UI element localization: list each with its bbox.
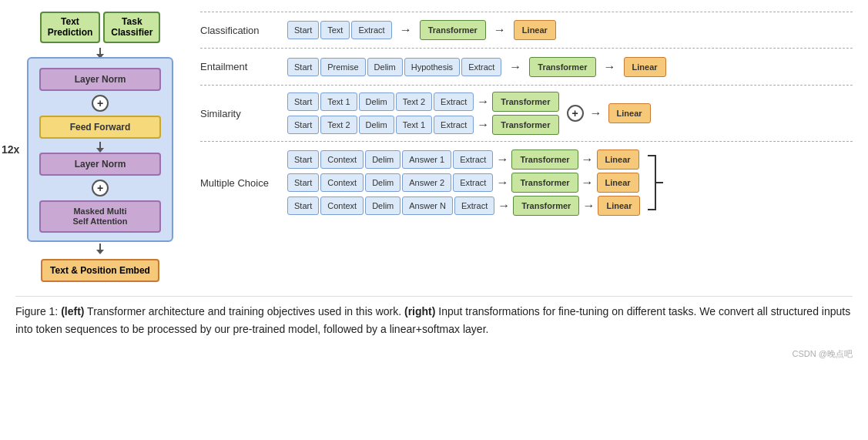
token-start-e: Start xyxy=(287,58,319,76)
token-context-mc1: Context xyxy=(320,150,364,169)
entailment-tokens: Start Premise Delim Hypothesis Extract xyxy=(287,58,501,76)
figure-number: Figure 1: xyxy=(15,305,58,317)
similarity-row: Similarity Start Text 1 Delim Text 2 Ext… xyxy=(200,86,853,142)
token-start-mc1: Start xyxy=(287,150,319,169)
token-premise: Premise xyxy=(320,58,365,76)
transformer-mc1: Transformer xyxy=(511,149,578,170)
token-delim-mcn: Delim xyxy=(365,196,400,215)
mc-tokens-n: Start Context Delim Answer N Extract xyxy=(287,196,494,215)
similarity-sub-2: Start Text 2 Delim Text 1 Extract → Tran… xyxy=(287,115,559,135)
token-extract-s2: Extract xyxy=(434,116,474,134)
similarity-tokens-1: Start Text 1 Delim Text 2 Extract xyxy=(287,92,474,111)
arrow-4: → xyxy=(604,60,616,74)
transformer-similarity-1: Transformer xyxy=(492,92,558,112)
token-hypothesis: Hypothesis xyxy=(404,58,460,76)
token-extract-mcn: Extract xyxy=(454,196,494,215)
transformer-similarity-2: Transformer xyxy=(492,115,558,135)
main-container: TextPrediction TaskClassifier 12x Layer … xyxy=(15,12,853,360)
token-extract: Extract xyxy=(351,21,391,39)
mc-tokens-1: Start Context Delim Answer 1 Extract xyxy=(287,150,493,169)
feed-forward-layer: Feed Forward xyxy=(39,116,161,139)
token-answer2-mc2: Answer 2 xyxy=(402,173,451,192)
mc-rows: Start Context Delim Answer 1 Extract → T… xyxy=(287,149,640,216)
plus-similarity: + xyxy=(567,105,584,122)
left-bold: (left) xyxy=(61,305,84,317)
mc-sub-2: Start Context Delim Answer 2 Extract → T… xyxy=(287,173,640,193)
linear-mc2: Linear xyxy=(597,173,639,193)
token-delim-mc2: Delim xyxy=(365,173,400,192)
arrow-mcn: → xyxy=(498,199,510,213)
linear-mcn: Linear xyxy=(598,196,640,216)
token-context-mc2: Context xyxy=(320,173,364,192)
similarity-wrapper: Start Text 1 Delim Text 2 Extract → Tran… xyxy=(287,92,651,135)
mc-sub-1: Start Context Delim Answer 1 Extract → T… xyxy=(287,149,640,170)
masked-multi-self-attention: Masked MultiSelf Attention xyxy=(39,200,161,233)
token-extract-s1: Extract xyxy=(434,92,474,111)
transformer-block: 12x Layer Norm + Feed Forward Layer Norm… xyxy=(27,57,173,242)
task-classifier-box: TaskClassifier xyxy=(103,12,160,43)
mc-sub-n: Start Context Delim Answer N Extract → T… xyxy=(287,196,640,216)
arrow-1: → xyxy=(400,23,412,37)
similarity-label: Similarity xyxy=(200,108,281,119)
similarity-rows: Start Text 1 Delim Text 2 Extract → Tran… xyxy=(287,92,559,135)
watermark: CSDN @晚点吧 xyxy=(15,348,853,360)
right-tasks: Classification Start Text Extract → Tran… xyxy=(200,12,853,223)
token-extract-e: Extract xyxy=(461,58,501,76)
arrow-mc1b: → xyxy=(581,153,594,166)
transformer-entailment: Transformer xyxy=(529,57,595,77)
token-answer1-mc1: Answer 1 xyxy=(402,150,451,169)
arrow-s3: → xyxy=(590,106,602,120)
left-text: Transformer architecture and training ob… xyxy=(84,305,401,317)
layer-norm-top: Layer Norm xyxy=(39,68,161,91)
arrow-s2: → xyxy=(477,118,489,132)
token-start-mc2: Start xyxy=(287,173,319,192)
left-architecture: TextPrediction TaskClassifier 12x Layer … xyxy=(15,12,185,282)
transformer-classification: Transformer xyxy=(420,20,486,40)
token-start-mcn: Start xyxy=(287,196,319,215)
add-circle-bottom: + xyxy=(92,180,109,196)
arrow-mcnb: → xyxy=(582,199,595,213)
transformer-mc2: Transformer xyxy=(511,173,578,193)
linear-entailment: Linear xyxy=(624,57,666,77)
classification-label: Classification xyxy=(200,25,281,36)
token-answern-mcn: Answer N xyxy=(402,196,453,215)
token-delim-s2: Delim xyxy=(359,116,394,134)
mc-tokens-2: Start Context Delim Answer 2 Extract xyxy=(287,173,493,192)
token-delim-mc1: Delim xyxy=(365,150,400,169)
token-text2-s2: Text 2 xyxy=(320,116,357,134)
classification-tokens: Start Text Extract xyxy=(287,21,392,39)
arrow-ff xyxy=(99,142,101,149)
entailment-row: Entailment Start Premise Delim Hypothesi… xyxy=(200,49,853,86)
arrow-2: → xyxy=(494,23,506,37)
linear-mc1: Linear xyxy=(597,149,639,170)
token-context-mcn: Context xyxy=(320,196,364,215)
token-start: Start xyxy=(287,21,319,39)
token-start-s1: Start xyxy=(287,92,319,111)
similarity-sub-1: Start Text 1 Delim Text 2 Extract → Tran… xyxy=(287,92,559,112)
top-output-boxes: TextPrediction TaskClassifier xyxy=(40,12,161,43)
entailment-label: Entailment xyxy=(200,61,281,72)
token-text1-s1: Text 1 xyxy=(320,92,357,111)
transformer-mcn: Transformer xyxy=(513,196,579,216)
token-text1-s2: Text 1 xyxy=(396,116,432,134)
token-delim-s1: Delim xyxy=(359,92,394,111)
merge-bracket-icon xyxy=(648,148,663,217)
arrow-s1: → xyxy=(477,95,489,109)
token-text: Text xyxy=(320,21,350,39)
arrow-3: → xyxy=(509,60,521,74)
token-delim-e: Delim xyxy=(367,58,403,76)
arrow-to-embed xyxy=(99,244,101,251)
classification-row: Classification Start Text Extract → Tran… xyxy=(200,12,853,49)
token-start-s2: Start xyxy=(287,116,319,134)
add-circle-top: + xyxy=(92,95,109,112)
linear-similarity: Linear xyxy=(608,103,651,123)
diagram-area: TextPrediction TaskClassifier 12x Layer … xyxy=(15,12,853,282)
token-extract-mc1: Extract xyxy=(453,150,493,169)
text-prediction-box: TextPrediction xyxy=(40,12,101,43)
token-text2-s1: Text 2 xyxy=(396,92,432,111)
arrow-mc1: → xyxy=(496,153,508,166)
repeat-label: 12x xyxy=(2,143,19,156)
arrow-top-to-arch xyxy=(99,48,101,55)
figure-caption: Figure 1: (left) Transformer architectur… xyxy=(15,296,853,338)
right-bold: (right) xyxy=(404,305,435,317)
